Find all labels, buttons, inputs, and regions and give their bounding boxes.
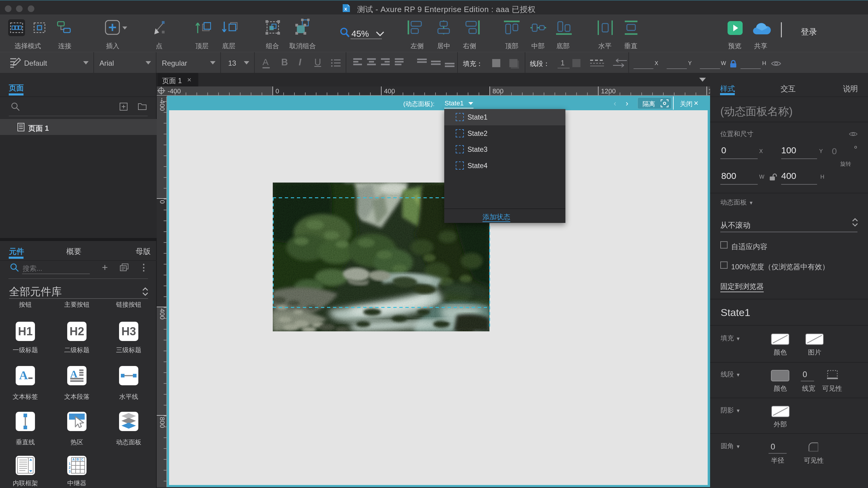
svg-text:A: A [72,458,75,461]
svg-text:3: 3 [69,469,70,473]
svg-text:B: B [76,458,79,461]
svg-text:C: C [81,458,84,461]
svg-text:2: 2 [69,466,70,469]
svg-text:A: A [19,368,28,382]
svg-text:A: A [70,368,78,380]
svg-text:x: x [344,6,347,12]
svg-text:1: 1 [69,462,70,465]
